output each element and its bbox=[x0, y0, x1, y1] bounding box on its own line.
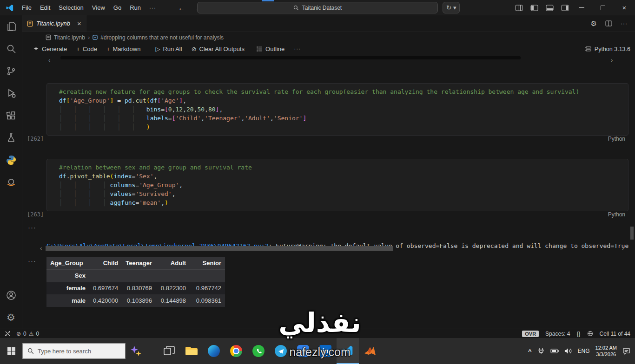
notification-icon[interactable] bbox=[622, 348, 630, 355]
run-all-icon: ▷ bbox=[155, 46, 160, 52]
chrome-icon[interactable] bbox=[225, 338, 247, 364]
clear-all-outputs-button[interactable]: ⊘ Clear All Outputs bbox=[187, 43, 249, 54]
sidebar-left-icon[interactable] bbox=[530, 5, 538, 11]
search-icon bbox=[27, 348, 34, 354]
python-icon[interactable] bbox=[0, 149, 22, 171]
copilot-icon[interactable] bbox=[126, 338, 146, 364]
cell-language-picker[interactable]: Python bbox=[608, 136, 625, 142]
breadcrumb-file[interactable]: Titanic.ipynb bbox=[54, 34, 85, 41]
clock[interactable]: 12:02 AM 3/3/2026 bbox=[595, 344, 617, 358]
minimize-button[interactable] bbox=[571, 0, 592, 15]
table-row: male0.4200000.1038960.1448980.098361 bbox=[46, 294, 225, 307]
menu-edit[interactable]: Edit bbox=[36, 0, 54, 15]
outline-button[interactable]: Outline bbox=[252, 43, 289, 54]
jupyter-icon[interactable] bbox=[0, 171, 22, 194]
sidebar-right-icon[interactable] bbox=[561, 5, 569, 11]
panel-bottom-icon[interactable] bbox=[546, 5, 554, 11]
breadcrumb-cell[interactable]: #dropping columns that are not useful fo… bbox=[100, 34, 224, 41]
remote-icon bbox=[5, 331, 11, 337]
testing-icon[interactable] bbox=[0, 127, 22, 149]
plus-icon: + bbox=[76, 46, 80, 52]
menu-selection[interactable]: Selection bbox=[54, 0, 87, 15]
telegram-icon[interactable] bbox=[270, 338, 292, 364]
sparkle-icon bbox=[33, 46, 39, 52]
tab-close-icon[interactable]: × bbox=[77, 20, 81, 27]
share-app-icon[interactable] bbox=[292, 338, 314, 364]
output-toggle-button[interactable]: ··· bbox=[28, 257, 36, 265]
more-actions-icon[interactable]: ··· bbox=[621, 20, 628, 27]
table-header-cell bbox=[190, 269, 225, 282]
table-cell: 0.144898 bbox=[156, 294, 190, 307]
vscode-taskbar-icon[interactable] bbox=[337, 338, 359, 364]
scroll-left-icon[interactable]: ‹ bbox=[48, 57, 50, 64]
clear-outputs-icon: ⊘ bbox=[192, 46, 197, 52]
split-editor-icon[interactable] bbox=[605, 20, 612, 26]
code-editor[interactable]: #relation between sex and age group and … bbox=[59, 163, 628, 207]
menu-view[interactable]: View bbox=[88, 0, 109, 15]
menu-run[interactable]: Run bbox=[126, 0, 145, 15]
menu-go[interactable]: Go bbox=[109, 0, 126, 15]
code-editor[interactable]: #creating new feature for age groups to … bbox=[59, 87, 628, 131]
tray-chevron-icon[interactable]: ^ bbox=[528, 348, 532, 355]
generate-button[interactable]: Generate bbox=[29, 43, 71, 54]
whatsapp-icon[interactable] bbox=[247, 338, 270, 364]
language-indicator[interactable]: ENG bbox=[578, 348, 590, 354]
source-control-icon[interactable] bbox=[0, 60, 22, 82]
back-arrow-icon[interactable]: ← bbox=[178, 4, 185, 12]
layout-sync-control[interactable]: ↻ ▾ bbox=[443, 2, 460, 13]
warnings-count: 0 bbox=[36, 331, 40, 337]
notebook-hscrollbar-thumb[interactable] bbox=[60, 56, 521, 59]
table-header-cell: Sex bbox=[46, 269, 89, 282]
maximize-button[interactable] bbox=[592, 0, 614, 15]
start-button[interactable] bbox=[0, 338, 22, 364]
code-line: #creating new feature for age groups to … bbox=[59, 87, 628, 96]
search-icon[interactable] bbox=[0, 38, 22, 60]
file-explorer-icon[interactable] bbox=[180, 338, 203, 364]
globe-icon[interactable] bbox=[587, 331, 593, 337]
run-all-button[interactable]: ▷ Run All bbox=[151, 43, 186, 54]
cell-language-picker[interactable]: Python bbox=[608, 211, 625, 218]
menu-overflow-icon[interactable]: ··· bbox=[145, 5, 160, 11]
toolbar-more-icon[interactable]: ··· bbox=[290, 46, 305, 52]
explorer-icon[interactable] bbox=[0, 15, 22, 38]
system-tray: ^ ENG 12:02 AM 3/3/2026 bbox=[528, 344, 635, 358]
account-icon[interactable] bbox=[0, 284, 22, 306]
settings-gear-icon[interactable]: ⚙ bbox=[0, 306, 22, 329]
kernel-picker[interactable]: Python 3.13.6 bbox=[585, 43, 630, 55]
layout-grid-icon[interactable] bbox=[515, 5, 523, 11]
scroll-right-icon[interactable]: › bbox=[622, 245, 624, 252]
add-code-button[interactable]: + Code bbox=[72, 43, 101, 54]
notebook-settings-gear-icon[interactable]: ⚙ bbox=[591, 20, 597, 28]
problems-indicator[interactable]: ⊘ 0 ⚠ 0 bbox=[16, 331, 39, 337]
taskbar-search[interactable]: Type here to search bbox=[22, 343, 126, 359]
task-view-icon[interactable] bbox=[158, 338, 180, 364]
linkedin-icon[interactable]: in bbox=[314, 338, 337, 364]
activity-bar: ⚙ bbox=[0, 15, 22, 329]
speaker-icon[interactable] bbox=[564, 348, 572, 354]
power-plug-icon[interactable] bbox=[537, 347, 545, 355]
add-markdown-button[interactable]: + Markdown bbox=[102, 43, 145, 54]
code-cell[interactable]: #relation between sex and age group and … bbox=[46, 159, 628, 211]
clear-outputs-label: Clear All Outputs bbox=[199, 46, 245, 52]
code-cell[interactable]: #creating new feature for age groups to … bbox=[46, 83, 628, 136]
cell-position-indicator[interactable]: Cell 11 of 44 bbox=[600, 331, 631, 337]
spaces-indicator[interactable]: Spaces: 4 bbox=[545, 331, 570, 337]
output-hscrollbar-thumb[interactable] bbox=[46, 246, 393, 251]
extensions-icon[interactable] bbox=[0, 104, 22, 127]
output-toggle-button[interactable]: ··· bbox=[28, 223, 36, 231]
command-center-search[interactable]: Taitanic Dataset bbox=[197, 2, 438, 13]
close-button[interactable]: × bbox=[614, 0, 635, 15]
vertical-scrollbar-thumb[interactable] bbox=[630, 227, 634, 240]
battery-icon[interactable] bbox=[550, 348, 559, 354]
run-debug-icon[interactable] bbox=[0, 82, 22, 104]
scroll-right-icon[interactable]: › bbox=[611, 57, 613, 64]
output-hscrollbar[interactable] bbox=[45, 246, 628, 251]
overtype-indicator[interactable]: OVR bbox=[522, 331, 539, 337]
menu-file[interactable]: File bbox=[18, 0, 36, 15]
remote-indicator[interactable] bbox=[5, 331, 11, 337]
edge-icon[interactable] bbox=[203, 338, 225, 364]
scroll-left-icon[interactable]: ‹ bbox=[40, 245, 42, 252]
braces-icon[interactable]: {} bbox=[576, 331, 580, 337]
tab-titanic-ipynb[interactable]: Titanic.ipynb × bbox=[22, 15, 86, 32]
matlab-icon[interactable] bbox=[359, 338, 381, 364]
